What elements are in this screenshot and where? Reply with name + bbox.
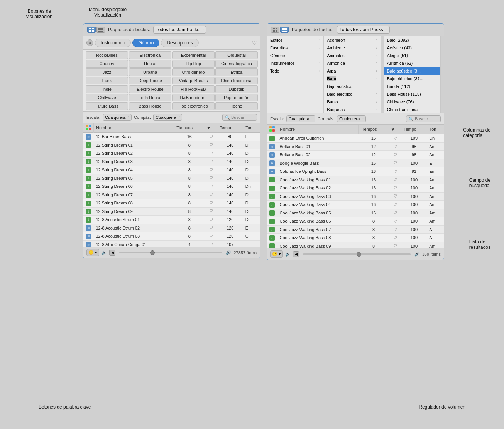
cat-item[interactable]: Bajo acústico› xyxy=(324,83,380,90)
genre-tag[interactable]: Cinematográfica xyxy=(215,60,258,68)
left-instrumento-btn[interactable]: Instrumento xyxy=(95,39,131,47)
col3-scrollbar[interactable] xyxy=(441,36,444,113)
cat-item[interactable]: Acústica (43) xyxy=(384,44,440,52)
right-emoji-btn[interactable]: 🙂 ▾ xyxy=(270,250,283,258)
genre-tag[interactable]: Bass House xyxy=(129,102,171,110)
table-row[interactable]: ♩ Cool Jazz Walking Bass 02 16 ♡ 100 Am xyxy=(267,184,444,193)
cat-item[interactable]: Baquetas› xyxy=(324,106,380,113)
cat-item[interactable]: Bajo eléctrico› xyxy=(324,90,380,98)
cat-item[interactable]: Bajo› xyxy=(324,75,380,83)
table-row[interactable]: ≋ Beltane Bass 01 12 ♡ 98 Am xyxy=(267,142,444,151)
cat-item[interactable]: Banjo› xyxy=(324,98,380,106)
cat-item[interactable]: Banda (112) xyxy=(384,83,440,90)
table-row[interactable]: ♩ Cool Jazz Walking Bass 04 16 ♡ 100 Am xyxy=(267,201,444,209)
left-col-ton[interactable]: Ton xyxy=(243,123,260,133)
table-row[interactable]: ♩ Cool Jazz Walking Bass 05 16 ♡ 100 Am xyxy=(267,209,444,217)
genre-tag[interactable]: Tecno xyxy=(215,102,258,110)
table-row[interactable]: ≋ 12 Bar Blues Bass 16 ♡ 80 E xyxy=(83,133,260,141)
left-genero-btn[interactable]: Género xyxy=(132,39,159,47)
table-row[interactable]: ♩ Cool Jazz Walking Bass 09 8 ♡ 100 Am xyxy=(267,242,444,248)
left-table-scroll[interactable]: Nombre Tiempos ♥ Tempo Ton ≋ 12 Bar Blue… xyxy=(83,123,260,247)
genre-tag[interactable]: Electrónica xyxy=(129,51,171,59)
genre-tag[interactable]: Orquestal xyxy=(215,51,258,59)
table-row[interactable]: ♩ Cool Jazz Walking Bass 03 16 ♡ 100 Am xyxy=(267,192,444,201)
table-row[interactable]: ♩ 12 String Dream 06 8 ♡ 140 Dn xyxy=(83,182,260,191)
left-volume-slider[interactable] xyxy=(119,252,222,253)
cat-item[interactable]: Géneros› xyxy=(267,52,323,59)
right-search-input[interactable] xyxy=(415,117,438,121)
table-row[interactable]: ♩ 12 String Dream 04 8 ♡ 140 D xyxy=(83,166,260,174)
view-btn-grid-right[interactable] xyxy=(271,27,279,33)
table-row[interactable]: ♩ Cool Jazz Walking Bass 07 8 ♡ 100 A xyxy=(267,225,444,234)
cat-item[interactable]: Alegre (51) xyxy=(384,52,440,59)
table-row[interactable]: ≋ Cold as Ice Upright Bass 16 ♡ 91 Em xyxy=(267,167,444,176)
right-volume-thumb[interactable] xyxy=(357,252,361,257)
genre-tag[interactable]: Chillwave xyxy=(86,94,128,101)
genre-tag[interactable]: Pop reguetón xyxy=(215,94,258,101)
genre-tag[interactable]: R&B moderno xyxy=(172,94,215,101)
genre-tag[interactable]: Tech House xyxy=(129,94,171,101)
genre-tag[interactable]: Étnica xyxy=(215,68,258,76)
left-col-tiempos[interactable]: Tiempos xyxy=(174,123,205,133)
table-row[interactable]: ♩ 12 String Dream 09 8 ♡ 140 D xyxy=(83,207,260,216)
right-col-ton[interactable]: Ton xyxy=(427,125,444,134)
right-col-heart[interactable]: ♥ xyxy=(389,125,401,134)
table-row[interactable]: ♩ 12 String Dream 07 8 ♡ 140 D xyxy=(83,191,260,199)
table-row[interactable]: ♩ 12 String Dream 05 8 ♡ 140 D xyxy=(83,174,260,182)
genre-tag[interactable]: Indie xyxy=(86,85,128,93)
view-btn-list-right[interactable] xyxy=(280,27,289,33)
cat-item[interactable]: Acordeón› xyxy=(324,36,380,44)
genre-tag[interactable]: Pop electrónico xyxy=(172,102,215,110)
cat-item[interactable]: Estilos› xyxy=(267,36,323,44)
cat-item[interactable]: Bass House (115) xyxy=(384,90,440,98)
cat-item[interactable]: Animales› xyxy=(324,52,380,59)
left-search-input[interactable] xyxy=(231,115,254,120)
cat-item[interactable]: Todo› xyxy=(267,67,323,75)
cat-item[interactable]: Bajo eléctrico (37... xyxy=(384,75,440,83)
left-col-heart[interactable]: ♥ xyxy=(205,123,217,133)
genre-tag[interactable]: Otro género xyxy=(172,68,215,76)
right-volume-slider[interactable] xyxy=(303,253,411,255)
table-row[interactable]: ♩ Cool Jazz Walking Bass 08 8 ♡ 100 A xyxy=(267,234,444,242)
left-compas-dropdown[interactable]: Cualquiera xyxy=(153,114,182,121)
genre-tag[interactable]: Deep House xyxy=(129,77,171,84)
cat-item[interactable]: Ambiente› xyxy=(324,44,380,52)
table-row[interactable]: ♩ 12 String Dream 02 8 ♡ 140 D xyxy=(83,149,260,158)
genre-tag[interactable]: Hip Hop xyxy=(172,60,215,68)
table-row[interactable]: ≋ Beltane Bass 02 12 ♡ 98 Am xyxy=(267,151,444,159)
left-close-button[interactable]: ✕ xyxy=(86,39,93,46)
left-col-tempo[interactable]: Tempo xyxy=(217,123,243,133)
cat-item[interactable]: Chillwave (76) xyxy=(384,98,440,106)
genre-tag[interactable]: Urbana xyxy=(129,68,171,76)
table-row[interactable]: ≋ Boogie Woogie Bass 16 ♡ 100 E xyxy=(267,159,444,167)
right-escala-dropdown[interactable]: Cualquiera xyxy=(286,115,315,122)
cat-item[interactable]: Instrumentos› xyxy=(267,59,323,67)
genre-tag[interactable]: House xyxy=(129,60,171,68)
cat-item[interactable]: Arrítmica (62) xyxy=(384,59,440,67)
table-row[interactable]: ♩ Cool Jazz Walking Bass 06 8 ♡ 100 Am xyxy=(267,217,444,226)
col2-scrollbar[interactable] xyxy=(381,36,384,113)
table-row[interactable]: ♩ 12 String Dream 01 8 ♡ 140 D xyxy=(83,141,260,149)
cat-item[interactable]: Bajo acústico (3... xyxy=(384,67,440,75)
left-volume-thumb[interactable] xyxy=(150,250,155,255)
left-escala-dropdown[interactable]: Cualquiera xyxy=(103,114,132,121)
cat-item[interactable]: Arpa› xyxy=(324,67,380,75)
genre-tag[interactable]: Funk xyxy=(86,77,128,84)
table-row[interactable]: ♩ 12 String Dream 08 8 ♡ 140 D xyxy=(83,199,260,208)
right-col-tiempos[interactable]: Tiempos xyxy=(358,125,389,134)
right-col-tempo[interactable]: Tempo xyxy=(401,125,427,134)
genre-tag[interactable]: Chino tradicional xyxy=(215,77,258,84)
genre-tag[interactable]: Jazz xyxy=(86,68,128,76)
right-compas-dropdown[interactable]: Cualquiera xyxy=(337,115,366,122)
right-jam-packs-dropdown[interactable]: Todos los Jam Packs xyxy=(337,26,390,34)
left-jam-packs-dropdown[interactable]: Todos los Jam Packs xyxy=(153,26,206,34)
left-heart-btn[interactable]: ♡ xyxy=(252,40,257,46)
genre-tag[interactable]: Country xyxy=(86,60,128,68)
cat-item[interactable]: Chino tradicional xyxy=(384,106,440,113)
genre-tag[interactable]: Rock/Blues xyxy=(86,51,128,59)
right-col-nombre[interactable]: Nombre xyxy=(277,125,359,134)
table-row[interactable]: ♩ Cool Jazz Walking Bass 01 16 ♡ 100 Am xyxy=(267,176,444,184)
view-btn-list-left[interactable] xyxy=(96,27,105,33)
genre-tag[interactable]: Hip Hop/R&B xyxy=(172,85,215,93)
genre-tag[interactable]: Experimental xyxy=(172,51,215,59)
